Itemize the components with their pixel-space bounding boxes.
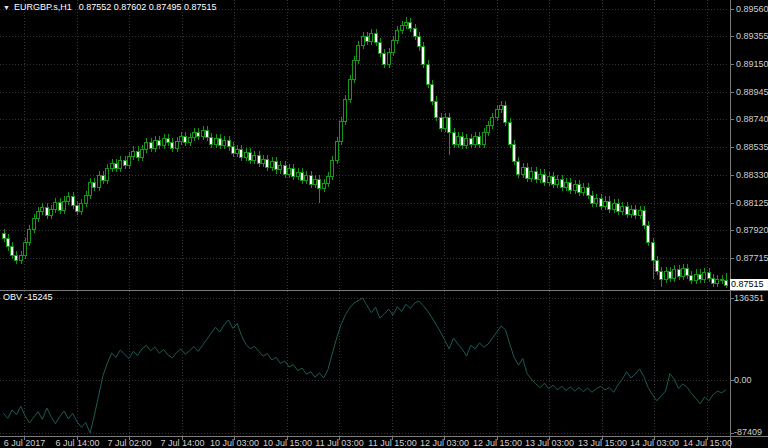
- bull-candle: [111, 163, 114, 168]
- bear-candle: [167, 138, 170, 142]
- bear-candle: [206, 130, 209, 137]
- chart-title-bar: ▼EURGBP.s,H10.87552 0.87602 0.87495 0.87…: [3, 2, 216, 12]
- grid-lines: [0, 0, 729, 436]
- bear-candle: [318, 179, 321, 188]
- chart-menu-icon[interactable]: ▼: [3, 4, 10, 11]
- bull-candle: [392, 40, 395, 52]
- bull-candle: [401, 25, 404, 30]
- bear-candle: [448, 117, 451, 132]
- bull-candle: [271, 161, 274, 167]
- price-axis-label: 0.88535: [736, 142, 768, 152]
- bull-candle: [41, 207, 44, 211]
- price-axis-label: 0.89355: [736, 31, 768, 41]
- bear-candle: [721, 279, 724, 280]
- bull-candle: [202, 130, 205, 136]
- chart-canvas[interactable]: 0.895600.893550.891500.889450.887400.885…: [0, 0, 768, 448]
- time-axis-label: 10 Jul 15:00: [263, 438, 312, 448]
- bull-candle: [695, 274, 698, 280]
- price-axis-label: 0.89560: [736, 4, 768, 14]
- bull-candle: [106, 168, 109, 180]
- time-axis-label: 14 Jul 03:00: [630, 438, 679, 448]
- bull-candle: [33, 218, 36, 229]
- bear-candle: [210, 137, 213, 144]
- bear-candle: [626, 206, 629, 214]
- bull-candle: [548, 176, 551, 182]
- obv-axis-label: 136351: [734, 293, 764, 303]
- bull-candle: [582, 187, 585, 192]
- bear-candle: [228, 140, 231, 146]
- bear-candle: [150, 142, 153, 148]
- bear-candle: [678, 269, 681, 276]
- bull-candle: [215, 138, 218, 144]
- bear-candle: [310, 175, 313, 184]
- bear-candle: [513, 144, 516, 161]
- bear-candle: [11, 246, 14, 255]
- bull-candle: [327, 176, 330, 183]
- bear-candle: [383, 53, 386, 64]
- bull-candle: [621, 206, 624, 211]
- bear-candle: [643, 210, 646, 225]
- price-axis-label: 0.88125: [736, 198, 768, 208]
- bear-candle: [72, 196, 75, 205]
- bear-candle: [258, 155, 261, 163]
- bear-candle: [102, 175, 105, 180]
- bull-candle: [297, 172, 300, 176]
- bear-candle: [249, 152, 252, 160]
- bull-candle: [703, 272, 706, 279]
- bull-candle: [522, 167, 525, 174]
- bear-candle: [652, 242, 655, 260]
- bull-candle: [67, 196, 70, 201]
- bear-candle: [414, 28, 417, 36]
- bear-candle: [275, 161, 278, 169]
- time-axis-label: 7 Jul 02:00: [107, 438, 151, 448]
- bear-candle: [509, 122, 512, 144]
- bear-candle: [660, 271, 663, 279]
- bull-candle: [85, 195, 88, 203]
- bear-candle: [301, 172, 304, 180]
- bull-candle: [556, 179, 559, 184]
- time-axis-label: 10 Jul 03:00: [210, 438, 259, 448]
- bull-candle: [331, 160, 334, 176]
- bull-candle: [128, 156, 131, 165]
- bear-candle: [608, 201, 611, 209]
- bear-candle: [478, 136, 481, 144]
- bull-candle: [132, 151, 135, 156]
- bull-candle: [353, 60, 356, 79]
- bear-candle: [543, 174, 546, 182]
- time-axis-label: 11 Jul 03:00: [315, 438, 363, 448]
- bear-candle: [470, 138, 473, 144]
- bull-candle: [279, 165, 282, 169]
- time-axis-label: 11 Jul 15:00: [368, 438, 416, 448]
- bull-candle: [682, 268, 685, 276]
- bull-candle: [457, 136, 460, 144]
- indicator-name: OBV: [3, 292, 22, 302]
- bull-candle: [193, 132, 196, 137]
- bear-candle: [171, 142, 174, 148]
- bull-candle: [245, 152, 248, 157]
- bear-candle: [76, 205, 79, 211]
- bear-candle: [453, 132, 456, 144]
- bear-candle: [526, 167, 529, 178]
- bull-candle: [487, 125, 490, 132]
- bear-candle: [517, 161, 520, 174]
- bull-candle: [314, 179, 317, 184]
- bear-candle: [461, 136, 464, 145]
- time-axis: 6 Jul 20176 Jul 14:007 Jul 02:007 Jul 14…: [4, 437, 732, 448]
- bull-candle: [496, 109, 499, 117]
- bull-candle: [491, 117, 494, 125]
- bear-candle: [656, 260, 659, 271]
- bull-candle: [474, 136, 477, 144]
- bull-candle: [465, 138, 468, 145]
- bear-candle: [686, 268, 689, 275]
- bear-candle: [409, 22, 412, 28]
- time-axis-label: 12 Jul 15:00: [473, 438, 522, 448]
- bull-candle: [37, 211, 40, 218]
- obv-indicator: [4, 298, 727, 433]
- bear-candle: [535, 171, 538, 179]
- bull-candle: [630, 209, 633, 214]
- bear-candle: [712, 278, 715, 283]
- bear-candle: [669, 271, 672, 278]
- mt4-chart-window: 0.895600.893550.891500.889450.887400.885…: [0, 0, 768, 448]
- bull-candle: [500, 105, 503, 109]
- bull-candle: [530, 171, 533, 178]
